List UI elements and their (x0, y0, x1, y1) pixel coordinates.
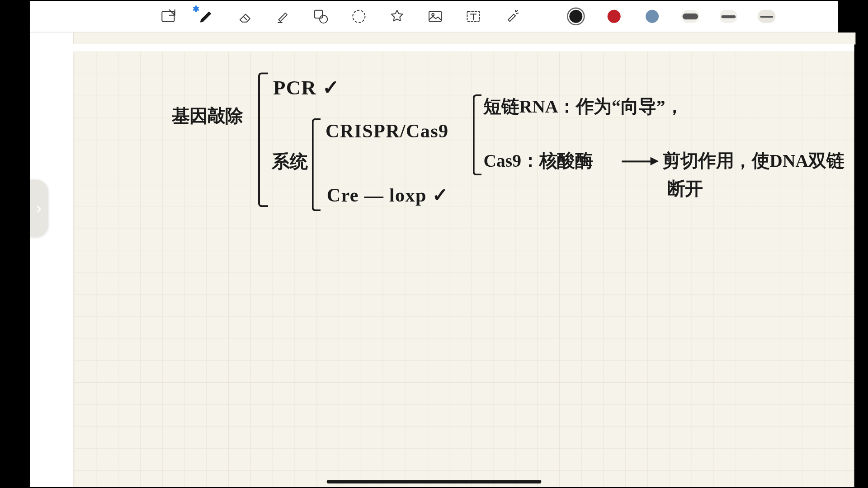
svg-rect-4 (429, 11, 441, 21)
chevron-right-icon: › (36, 199, 42, 218)
app-frame: ✱ (30, 1, 838, 487)
svg-rect-1 (315, 10, 322, 18)
arrow-head-icon (651, 157, 659, 165)
page-gap (73, 44, 854, 52)
shape-tool[interactable] (311, 6, 331, 27)
svg-point-3 (353, 10, 365, 23)
svg-point-2 (320, 15, 327, 23)
pen-tool[interactable]: ✱ (196, 6, 217, 27)
note-canvas[interactable]: 基因敲除 PCR ✓ 系统 CRISPR/Cas9 Cre — loxp ✓ 短… (73, 52, 854, 487)
note-cas9: Cas9：核酸酶 (483, 149, 593, 173)
stroke-thin[interactable] (756, 6, 777, 27)
note-creloxp: Cre — loxp ✓ (327, 184, 449, 206)
eraser-tool[interactable] (234, 6, 255, 27)
bracket-3 (473, 94, 482, 175)
laser-pointer-tool[interactable] (501, 6, 522, 27)
color-black[interactable] (566, 6, 586, 27)
home-indicator[interactable] (327, 480, 542, 483)
note-pcr: PCR ✓ (273, 75, 340, 99)
toolbar: ✱ (30, 1, 838, 33)
note-rna: 短链RNA：作为“向导”， (483, 94, 683, 119)
svg-point-5 (432, 14, 434, 16)
side-drawer-handle[interactable]: › (30, 180, 48, 237)
sticker-tool[interactable] (387, 6, 407, 27)
arrow-line (622, 160, 651, 162)
note-root: 基因敲除 (172, 104, 243, 128)
lasso-tool[interactable] (349, 6, 369, 27)
note-crispr: CRISPR/Cas9 (326, 120, 448, 142)
bracket-2 (312, 118, 321, 211)
note-effect-line1: 剪切作用，使DNA双链 (662, 149, 844, 173)
color-red[interactable] (604, 6, 624, 27)
image-tool[interactable] (425, 6, 445, 27)
bracket-1 (258, 72, 268, 207)
text-box-tool[interactable] (463, 6, 484, 27)
stroke-medium[interactable] (718, 6, 739, 27)
read-mode-icon[interactable] (158, 6, 178, 27)
stroke-thick[interactable] (680, 6, 701, 27)
previous-page-edge (73, 33, 855, 44)
note-system: 系统 (272, 150, 307, 174)
note-effect-line2: 断开 (667, 177, 703, 201)
bluetooth-icon: ✱ (193, 4, 200, 14)
color-blue[interactable] (642, 6, 662, 27)
highlighter-tool[interactable] (273, 6, 293, 27)
